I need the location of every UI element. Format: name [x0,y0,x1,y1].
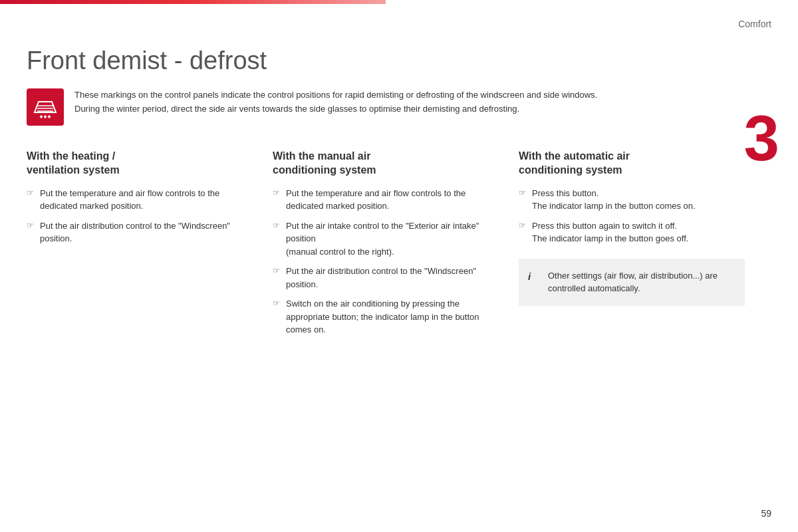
intro-section: These markings on the control panels ind… [27,88,745,126]
top-bar [0,0,386,4]
list-item: Switch on the air conditioning by pressi… [273,297,499,336]
list-item: Put the air distribution control to the … [273,265,499,291]
list-item: Put the air distribution control to the … [27,219,253,245]
column-manual-ac: With the manual airconditioning system P… [273,150,499,343]
list-item: Put the temperature and air flow control… [27,187,253,213]
columns-container: With the heating /ventilation system Put… [27,150,745,343]
defrost-icon [27,88,64,126]
defrost-svg-icon [32,94,59,120]
intro-text: These markings on the control panels ind… [74,88,597,116]
column-manual-ac-list: Put the temperature and air flow control… [273,187,499,336]
column-auto-ac-title: With the automatic airconditioning syste… [519,150,745,178]
column-manual-ac-title: With the manual airconditioning system [273,150,499,178]
list-item: Put the air intake control to the "Exter… [273,219,499,259]
info-icon: i [528,269,531,285]
column-auto-ac: With the automatic airconditioning syste… [519,150,745,343]
list-item: Press this button.The indicator lamp in … [519,187,745,213]
info-box-text: Other settings (air flow, air distributi… [548,271,718,294]
column-heating-title: With the heating /ventilation system [27,150,253,178]
column-heating-list: Put the temperature and air flow control… [27,187,253,245]
main-content: Front demist - defrost These marki [27,13,745,343]
list-item: Put the temperature and air flow control… [273,187,499,213]
chapter-number: 3 [744,106,779,170]
page-title: Front demist - defrost [27,47,745,75]
column-auto-ac-list: Press this button.The indicator lamp in … [519,187,745,245]
page-number: 59 [761,508,771,519]
list-item: Press this button again to switch it off… [519,219,745,245]
column-heating: With the heating /ventilation system Put… [27,150,253,343]
info-box: i Other settings (air flow, air distribu… [519,259,745,306]
